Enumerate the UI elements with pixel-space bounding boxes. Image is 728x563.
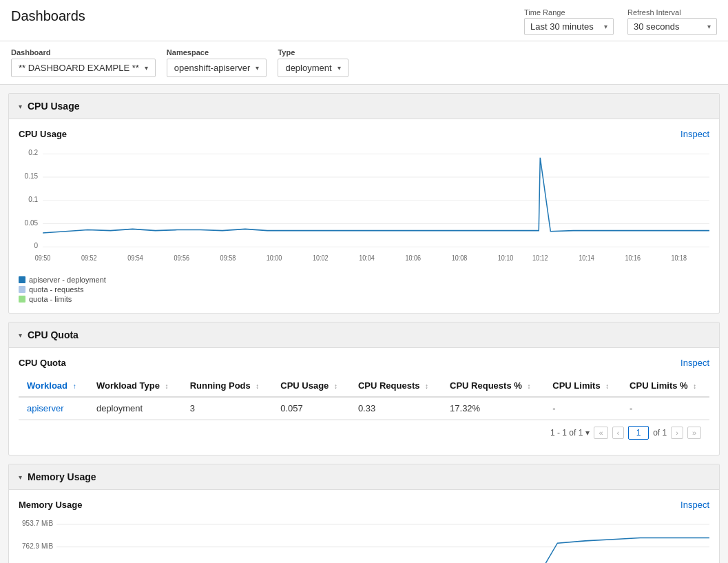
cpu-quota-table: Workload ↑ Workload Type ↕ Running Pods … bbox=[19, 375, 709, 420]
workload-type-sort-icon: ↕ bbox=[165, 382, 169, 390]
svg-text:10:08: 10:08 bbox=[452, 254, 468, 263]
svg-text:10:16: 10:16 bbox=[625, 254, 641, 263]
workload-sort-icon: ↑ bbox=[73, 382, 76, 390]
cpu-quota-chart-header: CPU Quota Inspect bbox=[19, 358, 709, 368]
legend-item-quota-limits: quota - limits bbox=[19, 295, 709, 303]
cpu-limits-sort-icon: ↕ bbox=[605, 382, 609, 390]
cpu-quota-inspect-link[interactable]: Inspect bbox=[680, 358, 709, 368]
type-filter-value: deployment bbox=[285, 63, 331, 73]
cpu-usage-section-header[interactable]: ▾ CPU Usage bbox=[9, 94, 719, 119]
dashboard-filter-value: ** DASHBOARD EXAMPLE ** bbox=[19, 63, 139, 73]
pagination-of-label: of 1 bbox=[653, 428, 667, 438]
col-workload[interactable]: Workload ↑ bbox=[19, 375, 88, 397]
svg-text:10:04: 10:04 bbox=[359, 254, 375, 263]
col-workload-type[interactable]: Workload Type ↕ bbox=[88, 375, 182, 397]
cpu-usage-chart-title: CPU Usage bbox=[19, 129, 67, 139]
legend-label-quota-requests: quota - requests bbox=[29, 285, 84, 294]
col-cpu-limits[interactable]: CPU Limits ↕ bbox=[544, 375, 621, 397]
col-cpu-usage[interactable]: CPU Usage ↕ bbox=[272, 375, 350, 397]
namespace-filter-chevron-icon: ▾ bbox=[256, 64, 259, 72]
svg-text:09:58: 09:58 bbox=[220, 254, 236, 263]
memory-usage-section-header[interactable]: ▾ Memory Usage bbox=[9, 464, 719, 490]
time-range-value: Last 30 minutes bbox=[530, 21, 594, 32]
svg-text:953.7 MiB: 953.7 MiB bbox=[22, 520, 53, 527]
table-header-row: Workload ↑ Workload Type ↕ Running Pods … bbox=[19, 375, 709, 397]
namespace-filter-label: Namespace bbox=[167, 48, 267, 57]
svg-text:762.9 MiB: 762.9 MiB bbox=[22, 542, 53, 549]
legend-item-quota-requests: quota - requests bbox=[19, 285, 709, 294]
time-range-label: Time Range bbox=[524, 8, 614, 17]
cpu-quota-section-title: CPU Quota bbox=[28, 329, 79, 340]
svg-text:10:10: 10:10 bbox=[498, 254, 514, 263]
svg-text:10:18: 10:18 bbox=[672, 254, 687, 263]
namespace-filter-select[interactable]: openshift-apiserver ▾ bbox=[167, 59, 267, 77]
legend-dot-quota-limits bbox=[19, 296, 25, 303]
memory-usage-chart: 953.7 MiB 762.9 MiB 572.2 MiB 381.5 MiB bbox=[19, 517, 709, 563]
pagination-prev-button[interactable]: ‹ bbox=[612, 427, 625, 439]
refresh-interval-label: Refresh Interval bbox=[627, 8, 717, 17]
svg-text:10:06: 10:06 bbox=[405, 254, 421, 263]
svg-text:09:52: 09:52 bbox=[81, 254, 97, 263]
dashboard-filter-label: Dashboard bbox=[11, 48, 156, 57]
cpu-usage-section: ▾ CPU Usage CPU Usage Inspect 0.2 0.15 0… bbox=[8, 93, 720, 314]
cpu-usage-inspect-link[interactable]: Inspect bbox=[680, 129, 709, 139]
top-bar: Dashboards Time Range Last 30 minutes ▾ … bbox=[0, 0, 728, 41]
col-cpu-requests-pct[interactable]: CPU Requests % ↕ bbox=[441, 375, 544, 397]
cpu-usage-section-body: CPU Usage Inspect 0.2 0.15 0.1 0.05 0 bbox=[9, 119, 719, 313]
running-pods-sort-icon: ↕ bbox=[256, 382, 259, 390]
dashboard-filter-group: Dashboard ** DASHBOARD EXAMPLE ** ▾ bbox=[11, 48, 156, 77]
cell-workload-type: deployment bbox=[88, 397, 182, 420]
cell-cpu-requests-pct: 17.32% bbox=[441, 397, 544, 420]
legend-label-apiserver: apiserver - deployment bbox=[29, 276, 106, 284]
cpu-quota-section-body: CPU Quota Inspect Workload ↑ Workload Ty… bbox=[9, 348, 719, 455]
svg-text:10:00: 10:00 bbox=[267, 254, 282, 263]
cpu-quota-chart-title: CPU Quota bbox=[19, 358, 66, 368]
dashboard-filter-select[interactable]: ** DASHBOARD EXAMPLE ** ▾ bbox=[11, 59, 156, 77]
pagination-next-button[interactable]: › bbox=[671, 427, 683, 439]
cpu-usage-svg: 0.2 0.15 0.1 0.05 0 09:50 09:52 09:54 09… bbox=[19, 146, 709, 270]
type-filter-select[interactable]: deployment ▾ bbox=[278, 59, 348, 77]
cell-cpu-limits-pct: - bbox=[621, 397, 709, 420]
pagination-page-input[interactable] bbox=[628, 426, 649, 440]
legend-dot-apiserver bbox=[19, 276, 25, 283]
cpu-requests-pct-sort-icon: ↕ bbox=[527, 382, 530, 390]
cpu-limits-pct-sort-icon: ↕ bbox=[693, 382, 696, 390]
refresh-interval-select[interactable]: 30 seconds ▾ bbox=[627, 18, 717, 35]
svg-text:10:14: 10:14 bbox=[579, 254, 594, 263]
svg-text:09:50: 09:50 bbox=[35, 254, 51, 263]
memory-usage-section: ▾ Memory Usage Memory Usage Inspect 953.… bbox=[8, 464, 720, 563]
svg-text:10:12: 10:12 bbox=[532, 254, 548, 263]
cell-cpu-usage: 0.057 bbox=[272, 397, 350, 420]
svg-text:0.05: 0.05 bbox=[25, 218, 39, 227]
namespace-filter-value: openshift-apiserver bbox=[174, 63, 251, 73]
cell-cpu-limits: - bbox=[544, 397, 621, 420]
col-running-pods[interactable]: Running Pods ↕ bbox=[182, 375, 273, 397]
pagination-first-button[interactable]: « bbox=[594, 427, 607, 439]
cpu-requests-sort-icon: ↕ bbox=[425, 382, 428, 390]
col-cpu-requests[interactable]: CPU Requests ↕ bbox=[350, 375, 441, 397]
cpu-quota-section-header[interactable]: ▾ CPU Quota bbox=[9, 323, 719, 348]
time-range-select[interactable]: Last 30 minutes ▾ bbox=[524, 18, 614, 35]
memory-usage-inspect-link[interactable]: Inspect bbox=[680, 500, 709, 510]
svg-text:10:02: 10:02 bbox=[313, 254, 329, 263]
memory-usage-collapse-icon: ▾ bbox=[19, 473, 22, 481]
svg-text:09:56: 09:56 bbox=[174, 254, 189, 263]
refresh-interval-value: 30 seconds bbox=[634, 21, 680, 32]
filter-bar: Dashboard ** DASHBOARD EXAMPLE ** ▾ Name… bbox=[0, 41, 728, 85]
legend-item-apiserver: apiserver - deployment bbox=[19, 276, 709, 284]
memory-usage-chart-title: Memory Usage bbox=[19, 500, 82, 510]
top-controls: Time Range Last 30 minutes ▾ Refresh Int… bbox=[524, 8, 717, 35]
legend-label-quota-limits: quota - limits bbox=[29, 295, 72, 303]
col-cpu-limits-pct[interactable]: CPU Limits % ↕ bbox=[621, 375, 709, 397]
page-title: Dashboards bbox=[11, 8, 85, 24]
refresh-interval-chevron-icon: ▾ bbox=[707, 23, 711, 30]
svg-text:09:54: 09:54 bbox=[127, 254, 143, 263]
memory-usage-section-body: Memory Usage Inspect 953.7 MiB 762.9 MiB… bbox=[9, 490, 719, 563]
table-row: apiserver deployment 3 0.057 0.33 17.32%… bbox=[19, 397, 709, 420]
per-page-select[interactable]: 1 - 1 of 1 ▾ bbox=[550, 428, 590, 438]
pagination-last-button[interactable]: » bbox=[687, 427, 701, 439]
svg-text:0.15: 0.15 bbox=[25, 172, 39, 181]
cpu-usage-chart: 0.2 0.15 0.1 0.05 0 09:50 09:52 09:54 09… bbox=[19, 146, 709, 270]
cell-cpu-requests: 0.33 bbox=[350, 397, 441, 420]
namespace-filter-group: Namespace openshift-apiserver ▾ bbox=[167, 48, 267, 77]
